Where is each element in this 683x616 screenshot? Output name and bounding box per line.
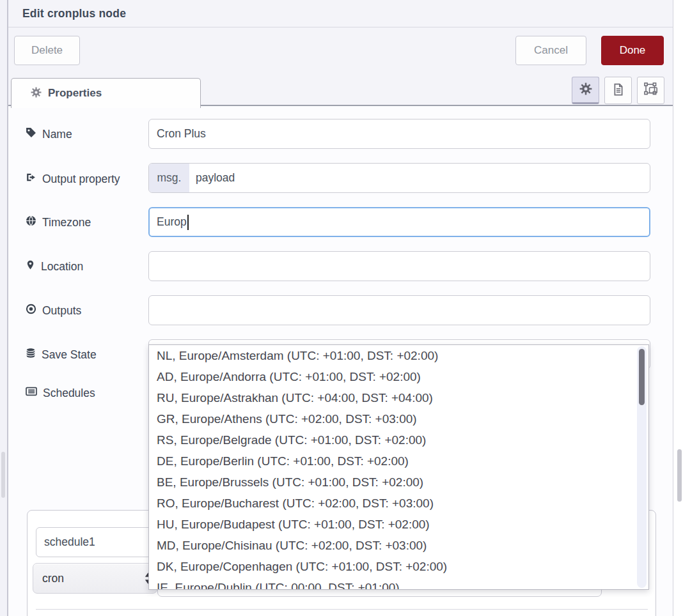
done-button[interactable]: Done [601, 36, 664, 65]
tab-properties-label: Properties [48, 87, 102, 100]
timezone-label-row: Timezone [26, 215, 91, 230]
tag-icon [26, 127, 36, 141]
timezone-option[interactable]: BE, Europe/Brussels (UTC: +01:00, DST: +… [149, 472, 648, 493]
timezone-option[interactable]: DK, Europe/Copenhagen (UTC: +01:00, DST:… [149, 556, 648, 577]
appearance-view-button[interactable] [637, 77, 664, 104]
outputs-label: Outputs [42, 304, 81, 318]
dialog-title: Edit cronplus node [8, 7, 126, 20]
dot-circle-icon [26, 304, 36, 318]
timezone-option[interactable]: MD, Europe/Chisinau (UTC: +02:00, DST: +… [149, 535, 648, 556]
timezone-input-value: Europ [157, 215, 187, 229]
typedinput-type-select[interactable]: msg. [149, 164, 189, 192]
timezone-option[interactable]: RO, Europe/Bucharest (UTC: +02:00, DST: … [149, 493, 648, 514]
name-input[interactable] [148, 119, 650, 149]
properties-form: Name Output property msg. payload [8, 106, 673, 616]
timezone-dropdown: NL, Europe/Amsterdam (UTC: +01:00, DST: … [148, 344, 649, 590]
schedule-type-value: cron [42, 572, 64, 585]
dialog-header: Edit cronplus node [8, 0, 673, 27]
properties-view-button[interactable] [572, 77, 599, 104]
right-scrollbar-thumb[interactable] [677, 449, 682, 502]
timezone-option[interactable]: NL, Europe/Amsterdam (UTC: +01:00, DST: … [149, 345, 648, 366]
output-property-label-row: Output property [26, 171, 120, 187]
editor-tab-bar: Properties [8, 71, 673, 106]
description-view-button[interactable] [604, 77, 632, 104]
timezone-option[interactable]: IE, Europe/Dublin (UTC: 00:00, DST: +01:… [149, 577, 648, 590]
globe-icon [26, 215, 36, 229]
database-icon [26, 348, 36, 362]
schedule-divider [36, 609, 648, 610]
output-property-label: Output property [42, 173, 120, 186]
location-label-row: Location [26, 259, 83, 274]
edit-cronplus-dialog: Edit cronplus node Delete Cancel Done [0, 0, 683, 616]
output-property-typedinput[interactable]: msg. payload [148, 163, 650, 193]
save-state-label: Save State [42, 348, 97, 362]
dropdown-scrollbar-track[interactable] [637, 346, 647, 588]
timezone-option[interactable]: GR, Europe/Athens (UTC: +02:00, DST: +03… [149, 408, 648, 429]
map-marker-icon [26, 259, 35, 273]
tab-properties[interactable]: Properties [11, 78, 201, 108]
sign-out-icon [26, 172, 36, 186]
location-label: Location [41, 260, 83, 273]
edit-tray: Edit cronplus node Delete Cancel Done [8, 0, 673, 616]
schedules-label: Schedules [43, 387, 95, 400]
schedule-type-select[interactable]: cron [33, 563, 157, 594]
appearance-icon [644, 82, 658, 99]
delete-button[interactable]: Delete [14, 36, 80, 65]
right-panel-edge [673, 0, 683, 616]
left-scrollbar-thumb[interactable] [1, 452, 5, 498]
timezone-option[interactable]: AD, Europe/Andorra (UTC: +01:00, DST: +0… [149, 366, 648, 387]
location-input[interactable] [148, 251, 650, 281]
text-caret [187, 215, 189, 230]
timezone-option[interactable]: DE, Europe/Berlin (UTC: +01:00, DST: +02… [149, 450, 648, 472]
document-icon [612, 83, 625, 98]
outputs-label-row: Outputs [26, 303, 81, 318]
left-panel-edge [0, 0, 8, 616]
save-state-label-row: Save State [26, 347, 97, 362]
name-label-row: Name [26, 127, 72, 142]
timezone-dropdown-list: NL, Europe/Amsterdam (UTC: +01:00, DST: … [149, 345, 648, 590]
dropdown-scrollbar-thumb[interactable] [639, 349, 645, 405]
cancel-button[interactable]: Cancel [515, 36, 586, 65]
gear-icon [31, 87, 42, 100]
output-property-value: payload [189, 171, 235, 185]
timezone-option[interactable]: HU, Europe/Budapest (UTC: +01:00, DST: +… [149, 514, 648, 535]
dialog-button-bar: Delete Cancel Done [8, 27, 673, 72]
timezone-input[interactable]: Europ [148, 207, 650, 237]
schedules-label-row: Schedules [26, 385, 95, 401]
timezone-label: Timezone [42, 216, 91, 229]
editor-mini-buttons [572, 77, 664, 104]
name-label: Name [42, 128, 72, 141]
timezone-option[interactable]: RU, Europe/Astrakhan (UTC: +04:00, DST: … [149, 387, 648, 408]
list-alt-icon [26, 386, 37, 400]
gear-icon [579, 82, 592, 98]
timezone-option[interactable]: RS, Europe/Belgrade (UTC: +01:00, DST: +… [149, 429, 648, 450]
outputs-input[interactable] [148, 295, 650, 325]
